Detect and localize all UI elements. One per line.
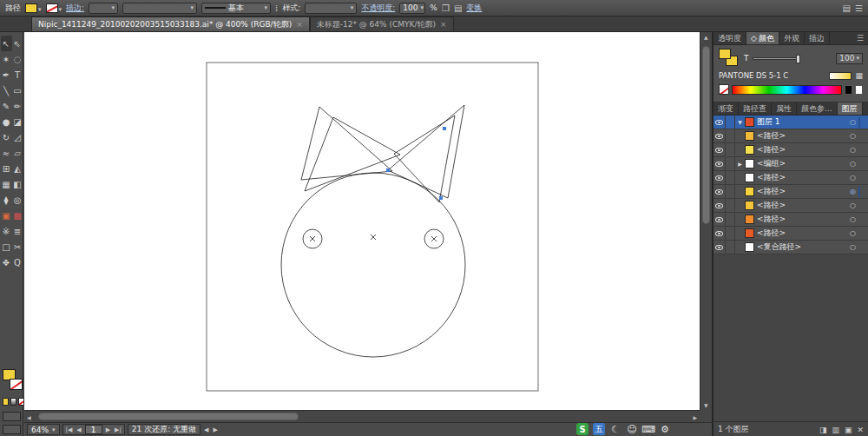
lock-toggle[interactable] (726, 157, 735, 170)
new-sublayer-icon[interactable]: ▥ (832, 426, 839, 434)
tab-pathfinder[interactable]: 路径查 (739, 102, 772, 115)
layer-name[interactable]: <路径> (757, 186, 847, 197)
free-transform-tool[interactable]: ▱ (12, 145, 23, 161)
layer-name[interactable]: <路径> (757, 214, 847, 225)
tab-layers[interactable]: 图层 (838, 102, 863, 115)
expander-icon[interactable]: ▼ (735, 119, 745, 125)
drawing-mode-button[interactable] (3, 412, 21, 421)
hand-tool[interactable]: ✥ (1, 254, 12, 270)
stroke-swatch[interactable] (10, 379, 23, 390)
paintbrush-tool[interactable]: ✎ (1, 98, 12, 114)
width-tool[interactable]: ≈ (1, 145, 12, 161)
white-swatch[interactable] (855, 85, 863, 95)
visibility-toggle[interactable] (713, 227, 726, 240)
layer-name[interactable]: 图层 1 (757, 116, 847, 128)
gradient-mode-button[interactable] (10, 398, 16, 406)
brush-definition-select[interactable]: ▾ (122, 3, 197, 14)
tab-stroke[interactable]: 描边 (805, 32, 830, 44)
target-circle[interactable]: ○ (847, 243, 858, 251)
keyboard-icon[interactable]: ⌨ (642, 423, 654, 435)
anchor-point[interactable] (443, 127, 446, 130)
tint-ramp[interactable] (829, 72, 852, 80)
direct-selection-tool[interactable]: ⇖ (12, 36, 23, 51)
new-layer-icon[interactable]: ▣ (845, 426, 852, 434)
tab-attributes[interactable]: 属性 (772, 102, 797, 115)
pen-tool[interactable]: ✒ (1, 67, 12, 83)
layer-name[interactable]: <路径> (757, 200, 847, 211)
graphic-style-select[interactable]: ▾ (305, 3, 357, 14)
lock-toggle[interactable] (726, 227, 735, 240)
lock-toggle[interactable] (726, 129, 735, 142)
vertical-scrollbar[interactable]: ▲ ▼ (700, 32, 712, 410)
tint-slider-handle[interactable] (796, 55, 800, 63)
tint-slider[interactable] (753, 57, 799, 60)
color-spectrum-bar[interactable] (732, 85, 842, 95)
target-circle[interactable]: ○ (847, 174, 858, 182)
target-circle[interactable]: ○ (847, 160, 858, 168)
symbol-sprayer-tool[interactable]: ※ (1, 223, 12, 239)
status-prev-button[interactable]: ◀ (203, 426, 209, 433)
expander-icon[interactable]: ▶ (735, 161, 745, 167)
lock-toggle[interactable] (726, 199, 735, 212)
next-artboard-button[interactable]: ▶ (105, 426, 111, 433)
layer-row-path[interactable]: <路径> ○ (713, 143, 868, 157)
live-paint-bucket-tool[interactable]: ▣ (1, 208, 12, 223)
visibility-toggle[interactable] (713, 157, 726, 170)
lock-toggle[interactable] (726, 213, 735, 226)
stroke-panel-link[interactable]: 描边: (66, 3, 84, 14)
anchor-point[interactable] (439, 196, 443, 200)
artboard[interactable] (207, 63, 538, 391)
layer-row-path-targeted[interactable]: <路径> ◎ (713, 185, 868, 199)
line-segment-tool[interactable]: ╲ (1, 83, 12, 98)
target-circle[interactable]: ○ (847, 215, 858, 223)
layer-name[interactable]: <路径> (757, 228, 847, 239)
blend-tool[interactable]: ◎ (12, 192, 23, 208)
settings-gear-icon[interactable]: ⚙ (659, 423, 671, 435)
tab-transparency[interactable]: 透明度 (713, 32, 746, 44)
zoom-level-select[interactable]: 64% ▾ (27, 424, 60, 435)
layer-name[interactable]: <路径> (757, 130, 847, 142)
eyedropper-tool[interactable]: ⧫ (1, 192, 12, 208)
emoji-icon[interactable]: ☺ (626, 423, 638, 435)
lock-toggle[interactable] (726, 171, 735, 184)
tab-color-guide[interactable]: 颜色参... (797, 102, 838, 115)
blob-brush-tool[interactable]: ● (1, 114, 12, 129)
artboard-number-input[interactable]: 1 (85, 425, 102, 434)
horizontal-scroll-thumb[interactable] (38, 413, 299, 420)
layer-name[interactable]: <路径> (757, 172, 847, 183)
fill-swatch[interactable] (719, 49, 731, 59)
visibility-toggle[interactable] (713, 171, 726, 184)
vertical-scroll-thumb[interactable] (702, 46, 710, 224)
tint-value-input[interactable]: 100 ▾ (836, 53, 863, 64)
moon-icon[interactable]: ☾ (609, 423, 621, 435)
prev-artboard-button[interactable]: ◀ (76, 426, 82, 433)
recolor-artwork-icon[interactable]: ❐ (442, 3, 450, 13)
screen-mode-button[interactable] (3, 425, 21, 434)
close-tab-icon[interactable]: × (296, 20, 303, 29)
target-circle[interactable]: ○ (847, 146, 858, 154)
target-circle[interactable]: ○ (847, 132, 858, 140)
panel-menu-icon[interactable]: ☰ (852, 32, 868, 44)
slice-tool[interactable]: ✂ (12, 239, 23, 254)
pencil-tool[interactable]: ✏ (12, 98, 23, 114)
lasso-tool[interactable]: ◌ (12, 51, 23, 67)
horizontal-scrollbar[interactable]: ◀ ▶ (24, 410, 700, 422)
scroll-left-icon[interactable]: ◀ (27, 414, 31, 420)
delete-layer-icon[interactable]: ✕ (857, 426, 864, 434)
visibility-toggle[interactable] (713, 143, 726, 156)
none-mode-button[interactable] (18, 398, 24, 406)
sogou-ime-icon[interactable]: S (576, 423, 589, 435)
workspace-switcher-icon[interactable]: ▤ (843, 3, 851, 13)
layer-row-path[interactable]: <路径> ○ (713, 171, 868, 185)
visibility-toggle[interactable] (713, 241, 726, 254)
opacity-select[interactable]: 100 ▾ (399, 3, 425, 14)
tab-color[interactable]: ◇ 颜色 (746, 32, 779, 44)
stroke-color-well[interactable]: ▾ (46, 3, 62, 13)
type-tool[interactable]: T (12, 67, 23, 83)
lock-toggle[interactable] (726, 185, 735, 198)
layer-row-path[interactable]: <路径> ○ (713, 199, 868, 213)
target-circle[interactable]: ○ (847, 118, 858, 126)
status-next-button[interactable]: ▶ (212, 426, 218, 433)
visibility-toggle[interactable] (713, 213, 726, 226)
column-graph-tool[interactable]: ≣ (12, 223, 23, 239)
